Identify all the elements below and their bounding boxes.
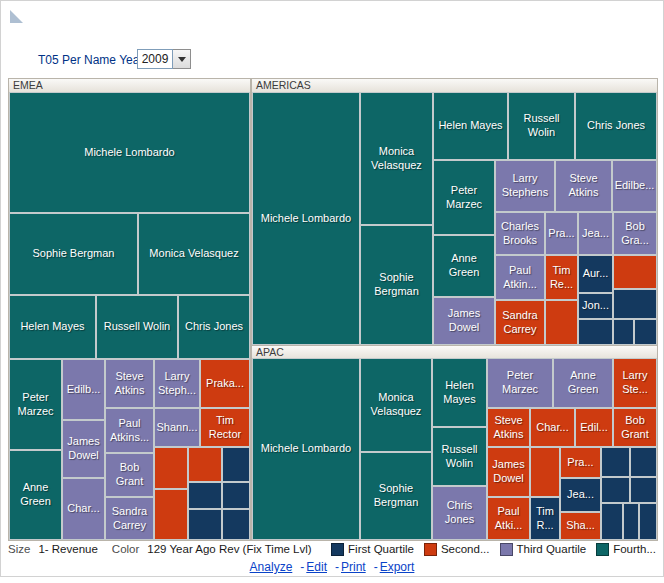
treemap-cell[interactable]: Tim Re...	[545, 255, 578, 300]
treemap-cell[interactable]: James Dowel	[487, 447, 530, 497]
treemap-cell[interactable]	[578, 319, 613, 345]
treemap-cell[interactable]: Sophie Bergman	[360, 452, 432, 540]
treemap-cell[interactable]: Edilbe...	[612, 160, 657, 212]
treemap-cell[interactable]: Larry Steph...	[154, 359, 200, 408]
treemap-cell[interactable]: Monica Velasquez	[360, 92, 433, 225]
treemap-cell[interactable]: Sophie Bergman	[9, 213, 138, 295]
treemap-cell[interactable]: Bob Gra...	[613, 212, 657, 255]
treemap-cell[interactable]: Michele Lombardo	[252, 358, 360, 540]
treemap-cell[interactable]: Edilb...	[62, 359, 105, 420]
treemap-cell[interactable]: Shann...	[154, 408, 200, 447]
treemap-cell[interactable]: Peter Marzec	[433, 160, 495, 235]
treemap-cell-label: Chris Jones	[434, 499, 485, 527]
treemap-cell[interactable]: Praka...	[200, 359, 250, 408]
treemap-cell[interactable]: Chris Jones	[178, 295, 250, 359]
treemap-cell[interactable]	[613, 289, 657, 319]
export-link[interactable]: Export	[380, 560, 415, 574]
treemap-cell[interactable]	[188, 482, 222, 509]
treemap-cell[interactable]: Jea...	[560, 478, 601, 512]
print-link[interactable]: Print	[341, 560, 366, 574]
action-links: Analyze-Edit-Print-Export	[0, 558, 664, 576]
treemap-cell[interactable]	[601, 477, 630, 503]
treemap-cell-label: Sophie Bergman	[33, 247, 115, 261]
treemap-cell[interactable]: Tim Rector	[200, 408, 250, 447]
treemap-cell[interactable]: Bob Grant	[105, 453, 154, 497]
app-window: T05 Per Name Year 2009 EMEAMichele Lomba…	[0, 0, 664, 583]
treemap-cell[interactable]	[530, 447, 560, 497]
treemap-cell[interactable]	[623, 503, 639, 540]
treemap-cell[interactable]	[630, 447, 657, 477]
treemap-cell[interactable]: Paul Atki...	[487, 497, 530, 540]
edit-link[interactable]: Edit	[306, 560, 327, 574]
treemap-cell[interactable]: Bob Grant	[613, 408, 657, 447]
treemap-cell[interactable]	[613, 255, 657, 289]
treemap-cell[interactable]: Russell Wolin	[508, 92, 575, 160]
treemap-cell[interactable]	[222, 509, 250, 540]
treemap-cell[interactable]: Monica Velasquez	[138, 213, 250, 295]
treemap-cell[interactable]: Jea...	[578, 212, 613, 255]
treemap-cell[interactable]: Steve Atkins	[105, 359, 154, 408]
legend-swatch	[331, 543, 344, 556]
treemap-cell[interactable]: Jon...	[578, 293, 613, 319]
treemap-cell[interactable]	[545, 300, 578, 345]
treemap-cell[interactable]: Sandra Carrey	[105, 497, 154, 540]
treemap-cell[interactable]: Charles Brooks	[495, 212, 545, 255]
treemap-cell[interactable]: Aur...	[578, 255, 613, 293]
treemap-cell[interactable]	[188, 447, 222, 482]
treemap-cell[interactable]	[634, 319, 657, 345]
treemap-cell[interactable]: Chris Jones	[432, 486, 487, 540]
treemap-cell[interactable]: Russell Wolin	[432, 427, 487, 486]
treemap-cell[interactable]: Helen Mayes	[9, 295, 96, 359]
treemap-cell[interactable]: Sophie Bergman	[360, 225, 433, 345]
treemap-cell[interactable]: Pra...	[560, 447, 601, 478]
treemap-cell[interactable]	[601, 503, 623, 540]
treemap-cell-label: Sophie Bergman	[362, 482, 430, 510]
treemap-cell[interactable]: Russell Wolin	[96, 295, 178, 359]
link-separator: -	[374, 560, 378, 574]
treemap-cell-label: Michele Lombardo	[261, 212, 352, 226]
treemap-cell[interactable]: James Dowel	[62, 420, 105, 478]
treemap-cell[interactable]: Sandra Carrey	[495, 300, 545, 345]
treemap-cell[interactable]	[222, 447, 250, 482]
treemap-cell[interactable]: Anne Green	[9, 450, 62, 540]
treemap-cell[interactable]: Paul Atkins...	[105, 408, 154, 453]
treemap-cell[interactable]	[630, 477, 657, 503]
treemap-cell[interactable]: Edil...	[575, 408, 613, 447]
treemap-cell[interactable]: Peter Marzec	[9, 359, 62, 450]
treemap-cell[interactable]	[601, 447, 630, 477]
treemap-group-header[interactable]: AMERICAS	[252, 79, 657, 93]
treemap-cell[interactable]: Pra...	[545, 212, 578, 255]
legend-item: Fourth...	[596, 543, 656, 556]
treemap-cell[interactable]: Michele Lombardo	[9, 92, 250, 213]
treemap-cell-label: Aur...	[583, 267, 609, 281]
treemap-cell[interactable]	[154, 447, 188, 489]
treemap-cell[interactable]: Steve Atkins	[487, 408, 530, 447]
treemap-cell-label: Jea...	[567, 488, 594, 502]
treemap-cell[interactable]: Chris Jones	[575, 92, 657, 160]
treemap-cell[interactable]	[639, 503, 657, 540]
treemap-cell[interactable]: Paul Atkin...	[495, 255, 545, 300]
treemap-cell[interactable]: Char...	[62, 478, 105, 540]
treemap-cell[interactable]: Sha...	[560, 512, 601, 540]
treemap-cell[interactable]	[154, 489, 188, 540]
treemap-cell-label: Praka...	[206, 377, 244, 391]
treemap-cell[interactable]: Anne Green	[553, 358, 613, 408]
analyze-link[interactable]: Analyze	[250, 560, 293, 574]
treemap-cell[interactable]: Anne Green	[433, 235, 495, 297]
treemap-cell[interactable]: Tim R...	[530, 497, 560, 540]
treemap-cell[interactable]: Michele Lombardo	[252, 92, 360, 345]
treemap-cell[interactable]: Larry Ste...	[613, 358, 657, 408]
treemap-cell[interactable]: Steve Atkins	[555, 160, 612, 212]
treemap-cell[interactable]: Monica Velasquez	[360, 358, 432, 452]
color-label: Color	[112, 543, 139, 555]
treemap-cell[interactable]: James Dowel	[433, 297, 495, 345]
treemap-cell[interactable]	[188, 509, 222, 540]
treemap-group-header[interactable]: EMEA	[9, 79, 250, 93]
treemap-cell[interactable]: Larry Stephens	[495, 160, 555, 212]
treemap-cell[interactable]: Helen Mayes	[433, 92, 508, 160]
treemap-cell[interactable]: Peter Marzec	[487, 358, 553, 408]
treemap-cell[interactable]: Char...	[530, 408, 575, 447]
treemap-cell[interactable]	[613, 319, 634, 345]
treemap-cell[interactable]	[222, 482, 250, 509]
treemap-cell[interactable]: Helen Mayes	[432, 358, 487, 427]
